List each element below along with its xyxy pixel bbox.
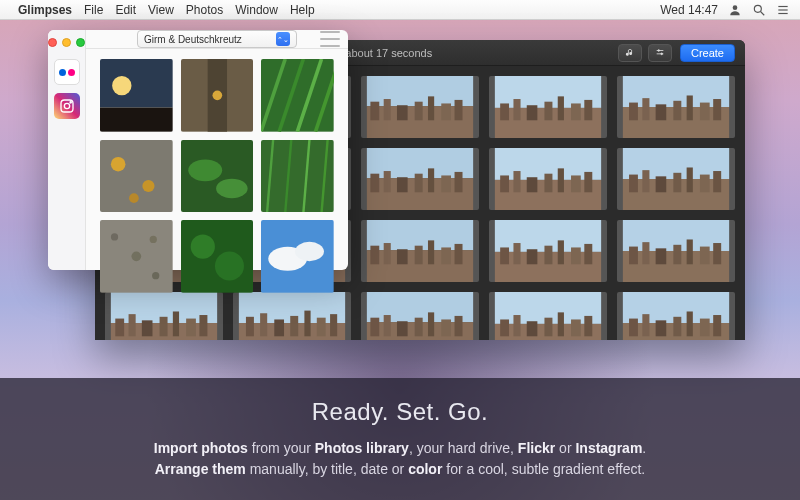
svg-rect-132 <box>544 246 552 265</box>
grid-photo[interactable] <box>617 148 735 210</box>
svg-rect-147 <box>115 319 124 337</box>
svg-rect-159 <box>290 316 298 336</box>
user-icon[interactable] <box>728 3 742 17</box>
svg-rect-140 <box>656 248 667 264</box>
caption-body: Import photos from your Photos library, … <box>40 438 760 480</box>
import-thumb[interactable] <box>261 59 334 132</box>
svg-rect-184 <box>642 314 649 336</box>
svg-rect-135 <box>584 244 592 264</box>
import-window: Girm & Deutschkreutz ⌃⌄ <box>48 30 348 270</box>
menu-help[interactable]: Help <box>290 3 315 17</box>
grid-photo[interactable] <box>617 76 735 138</box>
grid-photo[interactable] <box>489 76 607 138</box>
close-icon[interactable] <box>48 38 57 47</box>
adjust-button[interactable] <box>648 44 672 62</box>
svg-rect-151 <box>173 311 179 336</box>
svg-rect-88 <box>558 168 564 192</box>
notification-center-icon[interactable] <box>776 3 790 17</box>
svg-rect-131 <box>527 249 538 264</box>
zoom-icon[interactable] <box>76 38 85 47</box>
menu-window[interactable]: Window <box>235 3 278 17</box>
svg-rect-134 <box>571 247 581 264</box>
svg-rect-84 <box>500 175 509 192</box>
svg-rect-148 <box>129 314 136 336</box>
svg-rect-35 <box>441 103 451 120</box>
svg-rect-186 <box>673 317 681 336</box>
import-thumb[interactable] <box>261 220 334 293</box>
svg-rect-48 <box>629 103 638 121</box>
svg-rect-162 <box>330 314 337 336</box>
svg-rect-176 <box>527 321 538 336</box>
svg-rect-52 <box>687 95 693 120</box>
svg-point-0 <box>733 5 738 10</box>
grid-photo[interactable] <box>617 292 735 340</box>
select-arrows-icon: ⌃⌄ <box>276 32 290 46</box>
create-button[interactable]: Create <box>680 44 735 62</box>
menu-file[interactable]: File <box>84 3 103 17</box>
import-thumb[interactable] <box>100 59 173 132</box>
grid-photo[interactable] <box>617 220 735 282</box>
svg-rect-39 <box>500 103 509 120</box>
svg-rect-99 <box>713 171 721 192</box>
svg-rect-144 <box>713 243 721 264</box>
spotlight-icon[interactable] <box>752 3 766 17</box>
grid-photo[interactable] <box>489 148 607 210</box>
svg-rect-44 <box>571 103 581 120</box>
grid-photo[interactable] <box>361 148 479 210</box>
svg-point-1 <box>754 5 761 12</box>
view-mode-toggle[interactable] <box>320 31 340 47</box>
album-select-value: Girm & Deutschkreutz <box>144 34 242 45</box>
svg-rect-125 <box>441 247 451 264</box>
svg-point-220 <box>150 236 157 243</box>
import-thumb[interactable] <box>261 140 334 213</box>
grid-photo[interactable] <box>489 292 607 340</box>
grid-photo[interactable] <box>361 292 479 340</box>
instagram-source-icon[interactable] <box>54 93 80 119</box>
svg-rect-152 <box>186 319 196 337</box>
flickr-source-icon[interactable] <box>54 59 80 85</box>
svg-rect-130 <box>513 243 520 264</box>
svg-rect-50 <box>656 104 667 120</box>
svg-rect-90 <box>584 172 592 192</box>
menu-edit[interactable]: Edit <box>115 3 136 17</box>
svg-rect-171 <box>455 316 463 336</box>
svg-rect-121 <box>384 243 391 264</box>
svg-rect-95 <box>656 176 667 192</box>
svg-rect-49 <box>642 98 649 120</box>
svg-point-192 <box>70 102 71 103</box>
music-button[interactable] <box>618 44 642 62</box>
minimize-icon[interactable] <box>62 38 71 47</box>
menu-photos[interactable]: Photos <box>186 3 223 17</box>
svg-rect-221 <box>181 220 254 293</box>
svg-rect-193 <box>100 59 173 107</box>
import-thumb[interactable] <box>181 59 254 132</box>
menubar-app-name[interactable]: Glimpses <box>18 3 72 17</box>
grid-photo[interactable] <box>489 220 607 282</box>
svg-rect-36 <box>455 100 463 120</box>
svg-rect-45 <box>584 100 592 120</box>
grid-photo[interactable] <box>361 220 479 282</box>
svg-rect-139 <box>642 242 649 264</box>
svg-rect-51 <box>673 101 681 120</box>
window-traffic-lights[interactable] <box>48 38 85 47</box>
svg-rect-31 <box>384 99 391 120</box>
svg-rect-80 <box>441 175 451 192</box>
import-thumb[interactable] <box>181 220 254 293</box>
svg-point-218 <box>131 252 141 262</box>
mac-menubar: Glimpses File Edit View Photos Window He… <box>0 0 800 20</box>
import-thumb[interactable] <box>181 140 254 213</box>
svg-rect-189 <box>713 315 721 336</box>
import-thumb[interactable] <box>100 220 173 293</box>
svg-rect-32 <box>397 105 408 120</box>
import-thumb[interactable] <box>100 140 173 213</box>
svg-rect-167 <box>397 321 408 336</box>
import-photo-grid <box>86 49 348 303</box>
svg-rect-141 <box>673 245 681 264</box>
svg-rect-53 <box>700 103 710 121</box>
album-select[interactable]: Girm & Deutschkreutz ⌃⌄ <box>137 30 297 48</box>
svg-rect-96 <box>673 173 681 192</box>
svg-rect-157 <box>260 313 267 336</box>
menu-view[interactable]: View <box>148 3 174 17</box>
grid-photo[interactable] <box>361 76 479 138</box>
svg-point-198 <box>212 90 222 100</box>
